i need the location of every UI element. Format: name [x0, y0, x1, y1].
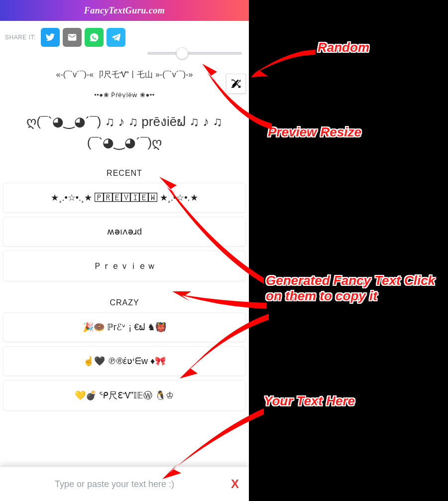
share-whatsapp[interactable] — [85, 28, 104, 47]
arrow-icon — [246, 45, 321, 85]
twitter-icon — [45, 32, 55, 42]
section-crazy-title: CRAZY — [0, 298, 249, 307]
telegram-icon — [111, 32, 121, 42]
fancy-text-item[interactable]: ʍǝıʌǝɹd — [3, 217, 246, 247]
crazy-list: 🎉🍩 ℙгℰᵛ ¡ €ຟ ♞👹 ☝🖤 ℗®έʋᶤᗴw ♦🎀 💛💣 ᕿ尺ƐᏉ𝕀𝔼Ⓦ… — [0, 312, 249, 415]
fancy-text-item[interactable]: 💛💣 ᕿ尺ƐᏉ𝕀𝔼Ⓦ 🐧♔ — [3, 380, 246, 411]
callout-resize: Preview Resize — [268, 125, 361, 140]
share-telegram[interactable] — [107, 28, 125, 47]
callout-yourtext: Your Text Here — [264, 393, 355, 409]
whatsapp-icon — [89, 32, 99, 42]
share-twitter[interactable] — [41, 28, 60, 47]
text-input[interactable] — [7, 479, 222, 490]
app-header: FancyTextGuru.com — [0, 0, 249, 21]
section-recent-title: RECENT — [0, 169, 249, 178]
recent-list: ★¸.•☆•.¸★ 🄿🅁🄴🅅🄸🄴🅆 ★¸.•☆•.★ ʍǝıʌǝɹd Ｐｒｅｖｉ… — [0, 183, 249, 285]
callout-random: Random — [318, 40, 369, 55]
preview-area: «-(¯`v´¯)-« 卩尺乇Ꮙ丨乇山 »-(¯`v´¯)-» ••●❀ Ṗṙë… — [0, 57, 249, 162]
fancy-text-item[interactable]: ☝🖤 ℗®έʋᶤᗴw ♦🎀 — [3, 346, 246, 376]
preview-line-2[interactable]: ••●❀ Ṗṙëṿïëẇ ❀●•• — [10, 91, 239, 99]
share-label: SHARE IT: — [5, 34, 36, 41]
preview-line-3[interactable]: ღ(¯`◕‿◕´¯) ♫ ♪ ♫ prēงiēຟ ♫ ♪ ♫ (¯`◕‿◕´¯)… — [10, 112, 239, 153]
text-input-bar: X — [0, 467, 249, 501]
fancy-text-item[interactable]: ★¸.•☆•.¸★ 🄿🅁🄴🅅🄸🄴🅆 ★¸.•☆•.★ — [3, 183, 246, 213]
callout-generated: Generated Fancy Text Click on them to co… — [266, 273, 445, 304]
share-email[interactable] — [63, 28, 82, 47]
email-icon — [67, 32, 77, 42]
preview-resize-slider[interactable] — [147, 52, 242, 55]
app-panel: FancyTextGuru.com SHARE IT: «-(¯`v´¯)-« … — [0, 0, 249, 501]
preview-line-1[interactable]: «-(¯`v´¯)-« 卩尺乇Ꮙ丨乇山 »-(¯`v´¯)-» — [10, 70, 239, 80]
random-button[interactable] — [226, 74, 246, 94]
fancy-text-item[interactable]: Ｐｒｅｖｉｅｗ — [3, 250, 246, 281]
shuffle-icon — [230, 78, 241, 89]
fancy-text-item[interactable]: 🎉🍩 ℙгℰᵛ ¡ €ຟ ♞👹 — [3, 312, 246, 342]
resize-slider-row — [0, 52, 249, 57]
app-title: FancyTextGuru.com — [84, 5, 165, 16]
clear-button[interactable]: X — [228, 477, 242, 491]
